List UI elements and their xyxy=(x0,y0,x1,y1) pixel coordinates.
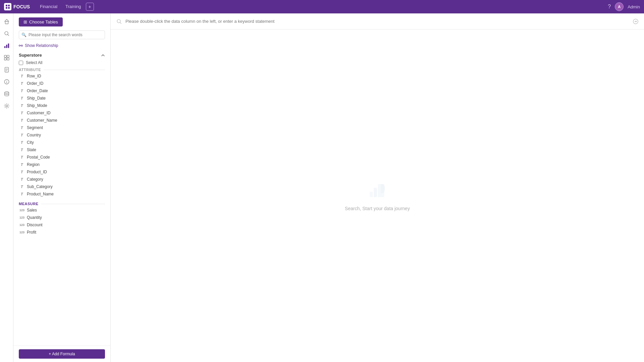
choose-tables-icon: ⊞ xyxy=(23,19,27,24)
search-box-icon: 🔍 xyxy=(21,33,26,37)
query-search-icon xyxy=(116,18,122,24)
attribute-field-item[interactable]: TSegment xyxy=(19,124,105,131)
svg-rect-3 xyxy=(8,7,10,9)
choose-tables-button[interactable]: ⊞ Choose Tables xyxy=(19,17,63,26)
avatar: A xyxy=(615,2,624,11)
nav-item-training[interactable]: Training xyxy=(62,3,84,11)
svg-line-6 xyxy=(8,35,9,36)
measure-field-item[interactable]: 123Sales xyxy=(19,206,105,214)
table-section-header: Superstore xyxy=(19,53,105,58)
text-type-icon: T xyxy=(19,89,24,93)
number-type-icon: 123 xyxy=(19,208,24,212)
field-label: Sales xyxy=(27,208,37,213)
nav-items: Financial Training + xyxy=(37,3,601,11)
attribute-field-item[interactable]: TPostal_Code xyxy=(19,154,105,161)
show-relationship-toggle[interactable]: Show Relationship xyxy=(13,42,110,51)
database-nav-icon[interactable] xyxy=(1,88,12,99)
field-label: Quantity xyxy=(27,215,42,220)
field-label: Customer_ID xyxy=(27,111,51,115)
attribute-field-item[interactable]: TRegion xyxy=(19,161,105,168)
svg-rect-32 xyxy=(381,184,385,197)
number-type-icon: 123 xyxy=(19,231,24,234)
attribute-field-item[interactable]: TCustomer_ID xyxy=(19,109,105,117)
select-all-checkbox[interactable] xyxy=(19,61,23,65)
measure-fields-container: 123Sales123Quantity123Discount123Profit xyxy=(19,206,105,236)
measure-field-item[interactable]: 123Profit xyxy=(19,229,105,236)
top-navbar: FOCUS Financial Training + ? A Admin xyxy=(0,0,644,13)
collapse-icon[interactable] xyxy=(101,53,105,57)
field-label: Ship_Mode xyxy=(27,103,47,108)
analytics-nav-icon[interactable] xyxy=(1,40,12,51)
svg-rect-7 xyxy=(4,46,5,48)
search-box: 🔍 xyxy=(19,31,105,39)
svg-rect-1 xyxy=(8,5,10,6)
attribute-field-item[interactable]: TSub_Category xyxy=(19,183,105,190)
field-label: Postal_Code xyxy=(27,155,50,160)
attribute-field-item[interactable]: TProduct_ID xyxy=(19,168,105,176)
search-input[interactable] xyxy=(19,31,105,39)
left-panel-content: Superstore Select All Attribute TRow_IDT… xyxy=(13,51,110,346)
field-label: Sub_Category xyxy=(27,184,53,189)
attribute-field-item[interactable]: TCity xyxy=(19,139,105,146)
empty-state-text: Search, Start your data journey xyxy=(345,206,410,211)
table-name: Superstore xyxy=(19,53,42,58)
attribute-fields-container: TRow_IDTOrder_IDTOrder_DateTShip_DateTSh… xyxy=(19,72,105,198)
attribute-field-item[interactable]: TCustomer_Name xyxy=(19,117,105,124)
field-label: Profit xyxy=(27,230,36,235)
text-type-icon: T xyxy=(19,148,24,152)
field-label: Category xyxy=(27,177,43,182)
attribute-field-item[interactable]: TOrder_Date xyxy=(19,87,105,95)
svg-rect-31 xyxy=(378,184,381,197)
number-type-icon: 123 xyxy=(19,223,24,227)
add-tab-button[interactable]: + xyxy=(86,3,94,11)
select-all-label: Select All xyxy=(26,60,42,65)
text-type-icon: T xyxy=(19,96,24,100)
attribute-field-item[interactable]: TState xyxy=(19,146,105,154)
query-action-icon[interactable] xyxy=(633,18,639,24)
home-icon[interactable] xyxy=(1,16,12,27)
svg-rect-9 xyxy=(8,44,9,48)
field-label: Product_Name xyxy=(27,192,54,196)
app-logo: FOCUS xyxy=(4,3,30,10)
field-label: Customer_Name xyxy=(27,118,57,123)
field-label: State xyxy=(27,147,36,152)
info-nav-icon[interactable] xyxy=(1,76,12,87)
text-type-icon: T xyxy=(19,192,24,196)
attribute-section-label: Attribute xyxy=(19,66,105,72)
query-input[interactable] xyxy=(125,19,629,24)
add-formula-button[interactable]: + Add Formula xyxy=(19,349,105,359)
attribute-field-item[interactable]: TCountry xyxy=(19,131,105,139)
grid-nav-icon[interactable] xyxy=(1,52,12,63)
svg-point-22 xyxy=(6,105,7,107)
svg-rect-8 xyxy=(6,45,7,48)
doc-nav-icon[interactable] xyxy=(1,64,12,75)
attribute-field-item[interactable]: TProduct_Name xyxy=(19,190,105,198)
select-all-row[interactable]: Select All xyxy=(19,59,105,66)
field-label: Discount xyxy=(27,223,43,227)
svg-point-23 xyxy=(19,45,20,46)
attribute-field-item[interactable]: TRow_ID xyxy=(19,72,105,80)
attribute-field-item[interactable]: TShip_Mode xyxy=(19,102,105,109)
nav-item-financial[interactable]: Financial xyxy=(37,3,61,11)
text-type-icon: T xyxy=(19,177,24,181)
svg-point-26 xyxy=(117,19,120,23)
measure-field-item[interactable]: 123Discount xyxy=(19,221,105,229)
settings-nav-icon[interactable] xyxy=(1,101,12,111)
attribute-field-item[interactable]: TCategory xyxy=(19,176,105,183)
logo-icon xyxy=(4,3,11,10)
text-type-icon: T xyxy=(19,126,24,130)
attribute-field-item[interactable]: TShip_Date xyxy=(19,95,105,102)
field-label: City xyxy=(27,140,34,145)
left-panel: ⊞ Choose Tables 🔍 Show Relationship Supe… xyxy=(13,13,111,362)
text-type-icon: T xyxy=(19,111,24,115)
attribute-field-item[interactable]: TOrder_ID xyxy=(19,80,105,87)
measure-field-item[interactable]: 123Quantity xyxy=(19,214,105,221)
svg-rect-10 xyxy=(4,55,6,57)
search-nav-icon[interactable] xyxy=(1,28,12,39)
help-icon[interactable]: ? xyxy=(608,4,611,10)
svg-rect-29 xyxy=(370,192,373,197)
query-bar xyxy=(111,13,644,29)
table-section: Superstore Select All Attribute TRow_IDT… xyxy=(13,51,110,237)
field-label: Product_ID xyxy=(27,170,47,174)
number-type-icon: 123 xyxy=(19,216,24,219)
